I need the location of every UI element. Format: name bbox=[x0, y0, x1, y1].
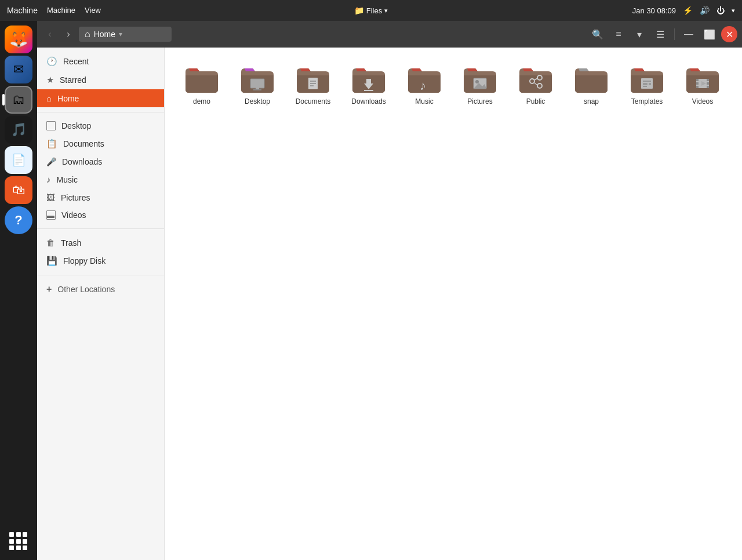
forward-button[interactable]: › bbox=[60, 26, 77, 42]
desktop-icon bbox=[46, 121, 56, 130]
sidebar-item-videos[interactable]: ▬ Videos bbox=[37, 206, 164, 224]
maximize-button[interactable]: ⬜ bbox=[700, 25, 719, 43]
location-dropdown-arrow: ▾ bbox=[119, 30, 122, 38]
back-button[interactable]: ‹ bbox=[42, 26, 58, 42]
file-item-demo[interactable]: demo bbox=[176, 59, 227, 110]
sidebar-divider-1 bbox=[37, 112, 164, 112]
sidebar-divider-2 bbox=[37, 228, 164, 229]
application-dock: 🦊 ✉ 🗂 🎵 📄 🛍 ? bbox=[0, 21, 37, 560]
close-button[interactable]: ✕ bbox=[721, 26, 737, 42]
trash-icon: 🗑 bbox=[46, 238, 55, 248]
floppy-icon: 💾 bbox=[46, 256, 57, 266]
file-item-videos[interactable]: Videos bbox=[677, 59, 728, 110]
sidebar-item-home[interactable]: ⌂ Home bbox=[37, 89, 164, 107]
files-app-title[interactable]: 📁 Files ▾ bbox=[354, 6, 388, 15]
svg-rect-8 bbox=[364, 90, 373, 91]
file-label-music: Music bbox=[415, 97, 433, 106]
view-menu[interactable]: View bbox=[85, 6, 101, 15]
svg-rect-28 bbox=[707, 82, 709, 85]
sidebar-label-trash: Trash bbox=[61, 238, 81, 248]
dock-item-firefox[interactable]: 🦊 bbox=[5, 26, 32, 53]
sidebar-item-recent[interactable]: 🕐 Recent bbox=[37, 52, 164, 71]
sidebar-label-videos: Videos bbox=[61, 210, 86, 220]
minimize-button[interactable]: — bbox=[679, 25, 698, 43]
title-bar-actions: 🔍 ≡ ▾ ☰ — ⬜ ✕ bbox=[588, 25, 737, 43]
starred-icon: ★ bbox=[46, 75, 54, 85]
sidebar-label-floppy: Floppy Disk bbox=[63, 256, 106, 266]
sidebar-item-other-locations[interactable]: + Other Locations bbox=[37, 280, 164, 299]
svg-rect-25 bbox=[696, 82, 699, 85]
svg-rect-26 bbox=[696, 86, 699, 88]
sidebar-item-music[interactable]: ♪ Music bbox=[37, 170, 164, 188]
file-label-videos: Videos bbox=[692, 97, 713, 106]
sidebar-label-documents: Documents bbox=[63, 139, 104, 148]
system-menu-arrow[interactable]: ▾ bbox=[732, 7, 735, 14]
sidebar-label-music: Music bbox=[57, 175, 78, 184]
sidebar-item-trash[interactable]: 🗑 Trash bbox=[37, 234, 164, 252]
svg-rect-20 bbox=[643, 83, 648, 85]
app-menu-arrow: ▾ bbox=[384, 7, 388, 14]
folder-icon-public bbox=[518, 64, 553, 94]
volume-icon[interactable]: 🔊 bbox=[700, 6, 710, 15]
sidebar-item-documents[interactable]: 📋 Documents bbox=[37, 134, 164, 153]
list-view-button[interactable]: ≡ bbox=[609, 25, 628, 43]
dock-item-rhythmbox[interactable]: 🎵 bbox=[5, 116, 32, 144]
main-content: 🕐 Recent ★ Starred ⌂ Home Desktop bbox=[37, 48, 742, 560]
sidebar-item-pictures[interactable]: 🖼 Pictures bbox=[37, 188, 164, 206]
sidebar-item-starred[interactable]: ★ Starred bbox=[37, 71, 164, 89]
music-player-icon: 🎵 bbox=[11, 122, 27, 137]
title-bar: ‹ › ⌂ Home ▾ 🔍 ≡ ▾ ☰ — ⬜ ✕ bbox=[37, 21, 742, 48]
dock-item-help[interactable]: ? bbox=[5, 206, 32, 234]
folder-icon-demo bbox=[184, 64, 219, 94]
power-icon[interactable]: ⏻ bbox=[716, 6, 725, 15]
network-icon: ⚡ bbox=[683, 6, 693, 15]
menu-button[interactable]: ☰ bbox=[651, 25, 670, 43]
file-item-downloads[interactable]: Downloads bbox=[343, 59, 394, 110]
search-button[interactable]: 🔍 bbox=[588, 25, 607, 43]
svg-rect-1 bbox=[256, 88, 259, 89]
sidebar-label-starred: Starred bbox=[60, 75, 86, 85]
activities-button[interactable]: Machine bbox=[7, 6, 38, 15]
sidebar-label-downloads: Downloads bbox=[62, 157, 102, 166]
svg-rect-27 bbox=[707, 79, 709, 81]
other-locations-icon: + bbox=[46, 284, 52, 294]
file-item-public[interactable]: Public bbox=[510, 59, 561, 110]
help-icon: ? bbox=[14, 213, 22, 228]
view-options-button[interactable]: ▾ bbox=[630, 25, 649, 43]
sidebar-label-pictures: Pictures bbox=[61, 193, 90, 202]
dock-item-files[interactable]: 🗂 bbox=[5, 86, 32, 114]
dock-item-thunderbird[interactable]: ✉ bbox=[5, 56, 32, 83]
file-label-pictures: Pictures bbox=[467, 97, 492, 106]
folder-icon-videos bbox=[685, 64, 720, 94]
file-item-music[interactable]: ♪ Music bbox=[399, 59, 450, 110]
file-item-pictures[interactable]: Pictures bbox=[454, 59, 505, 110]
dock-item-appstore[interactable]: 🛍 bbox=[5, 176, 32, 204]
svg-rect-24 bbox=[696, 79, 699, 81]
sidebar-label-home: Home bbox=[57, 94, 79, 103]
dock-item-writer[interactable]: 📄 bbox=[5, 146, 32, 174]
videos-icon: ▬ bbox=[46, 210, 56, 220]
home-icon: ⌂ bbox=[46, 93, 52, 103]
sidebar-item-floppy[interactable]: 💾 Floppy Disk bbox=[37, 252, 164, 270]
location-bar[interactable]: ⌂ Home ▾ bbox=[79, 27, 172, 42]
sidebar-item-desktop[interactable]: Desktop bbox=[37, 117, 164, 134]
file-item-documents[interactable]: Documents bbox=[288, 59, 339, 110]
file-label-desktop: Desktop bbox=[245, 97, 270, 106]
show-all-apps-button[interactable] bbox=[5, 528, 32, 555]
sidebar-item-downloads[interactable]: 🎤 Downloads bbox=[37, 153, 164, 170]
folder-icon-downloads bbox=[351, 64, 386, 94]
file-item-desktop[interactable]: Desktop bbox=[232, 59, 283, 110]
file-item-snap[interactable]: snap bbox=[566, 59, 617, 110]
location-label: Home bbox=[94, 30, 115, 39]
writer-icon: 📄 bbox=[12, 153, 26, 167]
folder-icon-small: 📁 bbox=[354, 6, 364, 15]
datetime: Jan 30 08:09 bbox=[632, 6, 676, 15]
file-label-templates: Templates bbox=[631, 97, 663, 106]
svg-rect-2 bbox=[253, 89, 261, 90]
thunderbird-icon: ✉ bbox=[13, 62, 24, 77]
system-bar: Machine Machine View 📁 Files ▾ Jan 30 08… bbox=[0, 0, 742, 21]
file-item-templates[interactable]: Templates bbox=[621, 59, 672, 110]
machine-menu[interactable]: Machine bbox=[47, 6, 75, 15]
file-grid: demo bbox=[165, 48, 742, 560]
downloads-icon: 🎤 bbox=[46, 157, 56, 166]
